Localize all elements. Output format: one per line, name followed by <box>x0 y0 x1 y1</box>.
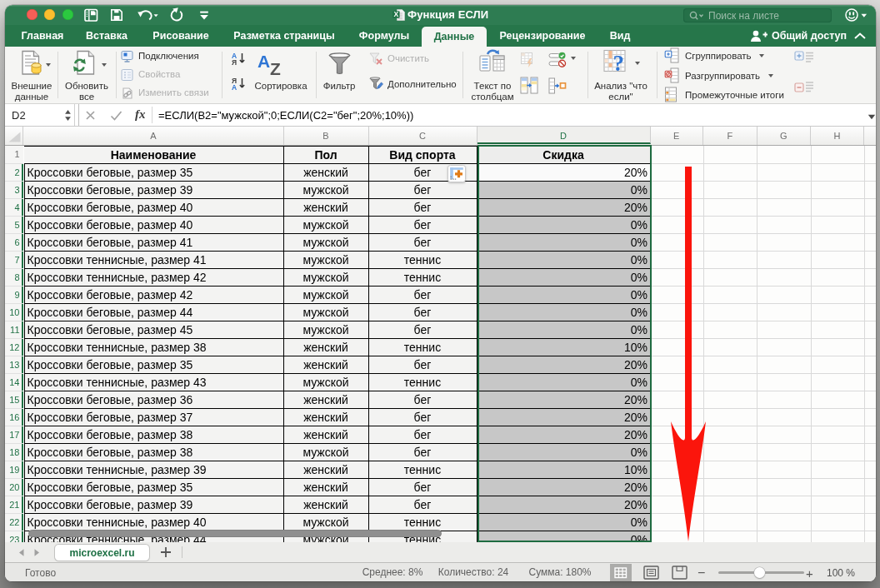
svg-text:Z: Z <box>270 59 281 77</box>
svg-text:А: А <box>232 83 237 91</box>
svg-text:?: ? <box>613 51 625 76</box>
svg-text:А: А <box>258 52 270 71</box>
svg-text:X: X <box>394 10 399 18</box>
svg-text:Я: Я <box>232 58 237 66</box>
